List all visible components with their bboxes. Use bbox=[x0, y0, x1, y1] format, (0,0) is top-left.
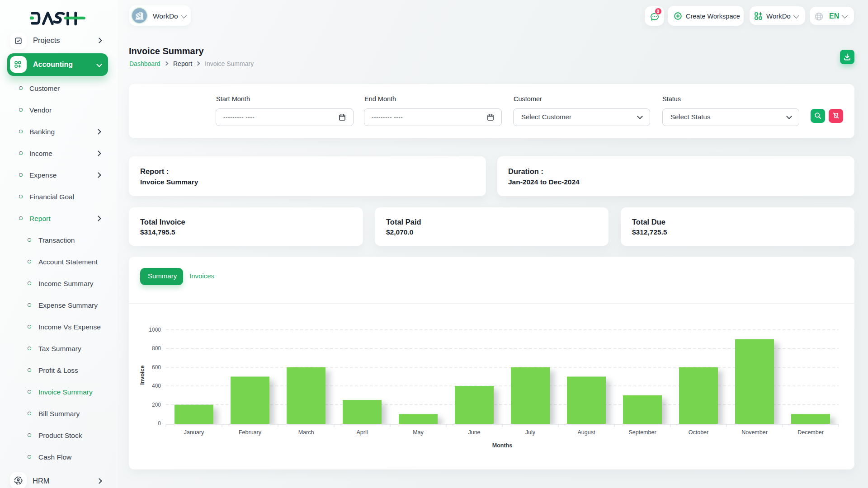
svg-text:800: 800 bbox=[152, 345, 161, 352]
svg-text:April: April bbox=[356, 429, 368, 436]
svg-text:August: August bbox=[578, 429, 595, 436]
svg-text:July: July bbox=[525, 429, 536, 436]
svg-text:February: February bbox=[239, 429, 262, 436]
svg-text:200: 200 bbox=[152, 402, 161, 408]
svg-text:1000: 1000 bbox=[149, 327, 161, 333]
svg-text:November: November bbox=[741, 429, 768, 436]
svg-text:May: May bbox=[413, 429, 424, 436]
svg-text:400: 400 bbox=[152, 383, 161, 389]
svg-text:0: 0 bbox=[158, 420, 161, 427]
svg-text:600: 600 bbox=[152, 364, 161, 371]
svg-text:December: December bbox=[797, 429, 824, 436]
svg-text:March: March bbox=[298, 429, 314, 436]
svg-text:June: June bbox=[468, 429, 480, 436]
svg-text:Months: Months bbox=[492, 442, 512, 449]
svg-text:October: October bbox=[689, 429, 708, 436]
svg-text:January: January bbox=[184, 429, 204, 436]
svg-text:September: September bbox=[628, 429, 656, 436]
svg-text:Invoice: Invoice bbox=[139, 365, 146, 385]
